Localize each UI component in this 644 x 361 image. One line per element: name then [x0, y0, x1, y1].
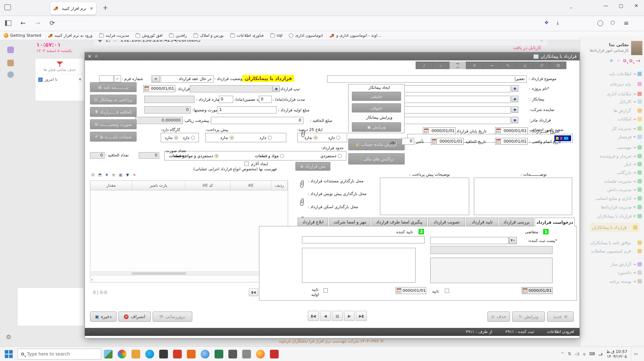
project-input[interactable]: [393, 85, 511, 92]
home-icon[interactable]: ⌂: [516, 62, 533, 69]
language-indicator[interactable]: ف: [598, 352, 602, 356]
browser-tab[interactable]: نرم افزار کتیبه ✕: [50, 2, 96, 15]
grid-list-icon[interactable]: ≣: [111, 172, 117, 178]
history-clock-icon[interactable]: [7, 71, 14, 78]
zoom-out-icon[interactable]: [629, 59, 632, 62]
contract-addendum-button[interactable]: ♜الحاقیه قـــــرارداد: [90, 107, 137, 117]
contract-text-button[interactable]: ≣متن قرارداد: [295, 162, 330, 171]
nav-grid-button[interactable]: ▤: [332, 311, 343, 321]
form-no-check-button[interactable]: ✓: [114, 75, 121, 82]
new-tab-button[interactable]: +: [103, 4, 108, 11]
insurance-button[interactable]: ▤بیــــــــمه نامه: [90, 82, 137, 92]
sidebar-toggle-icon[interactable]: [5, 20, 11, 26]
photos-icon[interactable]: [104, 350, 113, 358]
prepay-description-textarea[interactable]: [380, 178, 469, 215]
sidebar-item[interactable]: توافق نامه با پیمانکاران: [590, 240, 642, 245]
post-combo[interactable]: [430, 237, 509, 244]
radio-option[interactable]: دارد: [259, 135, 271, 140]
save-button[interactable]: ▣ذخیره: [90, 312, 117, 322]
contractor-lookup-button[interactable]: ◉: [511, 96, 518, 102]
bookmark-item[interactable]: مدیریت فرایند: [99, 33, 129, 38]
radio-option[interactable]: ندارد: [304, 135, 318, 140]
filter-clear-label[interactable]: حذف تمامی فیلتر ها: [35, 67, 84, 72]
files-icon[interactable]: [131, 350, 140, 358]
bookmark-item[interactable]: …اوند - اتوماسیون اداری و: [329, 33, 381, 38]
settings-icon[interactable]: [242, 350, 251, 358]
pricelist-label[interactable]: فهرست بها (مخصوص انواع قرارداد اجرایی عم…: [193, 167, 277, 171]
firefox-icon[interactable]: [256, 350, 265, 358]
edit-contractor-button[interactable]: ▣ویرایش: [352, 122, 401, 132]
collapse-all-icon[interactable]: ⁘: [616, 58, 620, 63]
sidebar-item[interactable]: کارتابل◄: [619, 99, 642, 104]
settings-gear-icon[interactable]: ⚙: [6, 333, 11, 341]
filter-funnel-icon[interactable]: [56, 62, 64, 67]
start-date-field[interactable]: 0000/01/01: [495, 127, 528, 134]
tab[interactable]: تایید قرارداد: [466, 218, 498, 226]
tray-expand-icon[interactable]: ⌃: [561, 352, 564, 356]
grid-column-header[interactable]: کالا: [231, 181, 272, 190]
bookmark-item[interactable]: فناوری اطلاعات: [230, 33, 263, 38]
zoom-in-icon[interactable]: [623, 59, 626, 62]
sidebar-item[interactable]: اطلاعات پایه◄: [609, 71, 642, 76]
tab[interactable]: مهر و امضا شرکت: [329, 218, 370, 226]
taskbar-search[interactable]: Type here to search: [17, 349, 101, 360]
dialog-titlebar[interactable]: ✕ ⇱ قرارداد با پیمانکاران: [85, 52, 580, 60]
approver-date-field[interactable]: 0000/01/01: [396, 287, 426, 294]
balance-report-button[interactable]: ◧گزارش مانده حساب: [348, 139, 405, 150]
new-button[interactable]: جدید⊕: [547, 312, 574, 322]
arrow-icon[interactable]: →: [483, 62, 499, 69]
sidebar-item[interactable]: مهندسی◄: [617, 145, 642, 150]
edge-icon[interactable]: [145, 350, 154, 358]
statement-button[interactable]: ⧉صورت وضعیـــــت: [90, 119, 137, 129]
tab[interactable]: بررسی قرارداد: [499, 218, 534, 226]
items-grid[interactable]: مقدارپارت نامبرکد کالاکالاردیف ◂ ▸: [90, 180, 288, 282]
actual-end-field[interactable]: 0000/01/01: [495, 138, 528, 145]
bookmark-item[interactable]: Getting Started: [4, 33, 41, 38]
edit-icon[interactable]: ✎: [499, 62, 516, 69]
bookmark-item[interactable]: sql: [270, 33, 283, 38]
browser-icon[interactable]: [201, 350, 209, 358]
search-icon[interactable]: ⌕: [432, 62, 449, 69]
dialog-move-icon[interactable]: ⇱: [95, 55, 98, 59]
approver-name-input[interactable]: [302, 236, 425, 243]
tab-close-icon[interactable]: ✕: [90, 6, 93, 11]
description-textarea[interactable]: [474, 178, 572, 215]
radio-option[interactable]: ندارد: [165, 135, 178, 140]
grid-export-icon[interactable]: ⬒: [97, 172, 103, 178]
window-maximize-button[interactable]: ▢: [613, 3, 629, 8]
chrome-icon[interactable]: [118, 350, 126, 358]
post-combo-arrow[interactable]: ▼+: [509, 237, 517, 244]
edit-button[interactable]: ↻ویرایش: [512, 312, 545, 322]
warranty-input[interactable]: 0: [219, 96, 233, 103]
grid-table-icon[interactable]: ▦: [118, 172, 123, 178]
sidebar-item[interactable]: مدیریت قراردادها▼: [601, 205, 642, 210]
extension-badge-icon[interactable]: ❖: [544, 20, 549, 25]
media-icon[interactable]: [159, 350, 168, 358]
parent-contract-lookup-button[interactable]: ◉: [511, 117, 518, 123]
grid-left-arrow[interactable]: ◂: [91, 278, 93, 281]
legal-person-button[interactable]: حقوقی: [352, 103, 401, 112]
close-icon[interactable]: ✕: [466, 62, 483, 69]
grid-clear-icon[interactable]: ✕: [131, 172, 137, 178]
app-box-icon[interactable]: [7, 60, 14, 66]
sidebar-item[interactable]: مدیریت جلسات◄: [604, 179, 642, 184]
addendum-date-field[interactable]: 0000/01/01: [431, 138, 464, 145]
nav-next-button[interactable]: ▶: [344, 311, 355, 321]
sidebar-item[interactable]: مدیریت کار◄: [612, 126, 642, 131]
status-combo-arrow[interactable]: ▼: [152, 75, 160, 83]
bookmark-item[interactable]: اتوماسیون اداری: [289, 33, 323, 38]
sidebar-item[interactable]: مدیریت دانش◄: [607, 187, 642, 192]
sidebar-item[interactable]: اداری و منابع انسانی◄: [596, 196, 642, 201]
bookmark-item[interactable]: بورس و املاک: [193, 33, 224, 38]
sidebar-item[interactable]: مکاتبات اداری◄: [607, 91, 642, 96]
print-icon[interactable]: ⊞: [550, 62, 566, 69]
account-icon[interactable]: [597, 20, 603, 26]
pocket-icon[interactable]: ⤓: [557, 20, 559, 26]
draft-attachment-icon[interactable]: [300, 201, 303, 206]
tab-manager-icon[interactable]: [4, 4, 11, 10]
radio-option[interactable]: دارد: [328, 135, 340, 140]
adobe-icon[interactable]: [173, 350, 182, 358]
nav-first-button[interactable]: ▮◀: [308, 311, 319, 321]
today-checkbox[interactable]: ✓: [38, 78, 43, 82]
bookmark-item[interactable]: افق کوروش: [136, 33, 162, 38]
